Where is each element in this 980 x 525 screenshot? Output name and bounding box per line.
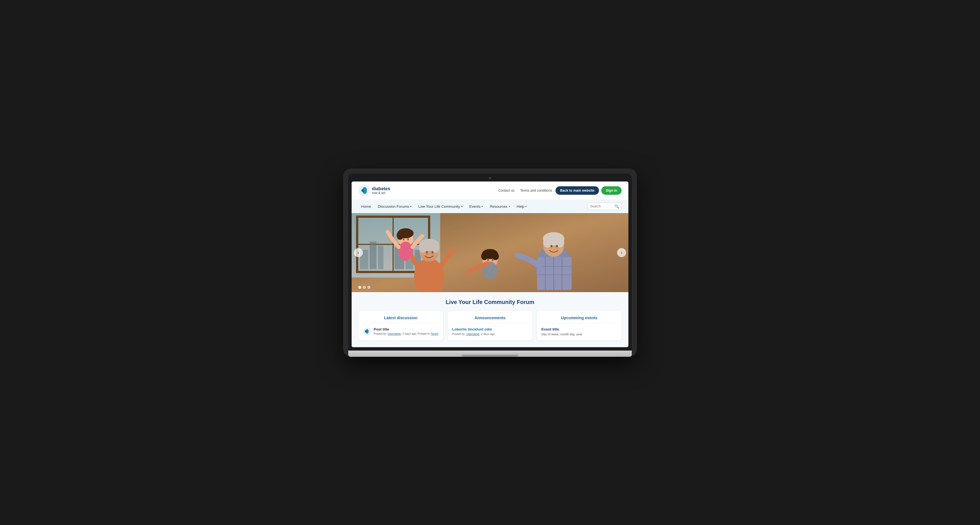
post-meta-label: Posted by: <box>374 332 387 335</box>
announcement-meta: Posted by: Username, 2 days ago <box>452 333 528 336</box>
post-forum-link[interactable]: forum <box>431 332 439 335</box>
slider-dot-1[interactable] <box>358 286 361 289</box>
event-title: Event title <box>541 327 617 331</box>
announcements-card: Announcements Lobortis tincidunt odio Po… <box>448 311 532 340</box>
upcoming-events-card-title: Upcomming events <box>541 316 617 323</box>
nav-events[interactable]: Events ▾ <box>466 203 486 210</box>
logo-brand-subtitle: nsw & act <box>372 191 390 195</box>
announcement-title: Lobortis tincidunt odio <box>452 327 528 331</box>
laptop-base <box>348 351 632 357</box>
section-title: Live Your Life Community Forum <box>358 299 622 305</box>
nav-live-community[interactable]: Live Your Life Community ▾ <box>415 203 465 210</box>
slider-dot-2[interactable] <box>363 286 366 289</box>
browser-screen: diabetes nsw & act Contact us Terms and … <box>352 181 628 347</box>
nav-home[interactable]: Home <box>358 203 374 210</box>
logo-area: diabetes nsw & act <box>358 185 498 196</box>
nav-resources-label: Resources <box>490 205 507 209</box>
post-time: 2 days ago <box>402 332 416 335</box>
events-chevron-icon: ▾ <box>482 205 483 208</box>
slider-next-button[interactable]: › <box>617 248 626 257</box>
search-input[interactable] <box>590 205 612 208</box>
search-button[interactable]: 🔍 <box>614 204 619 209</box>
announcement-username-link[interactable]: Username <box>466 333 479 336</box>
latest-discussion-card-title: Latest discussion <box>363 316 439 323</box>
post-username-link[interactable]: Username <box>388 332 401 335</box>
main-content: Live Your Life Community Forum Latest di… <box>352 292 628 347</box>
svg-rect-55 <box>352 213 628 292</box>
announcements-card-title: Announcements <box>452 316 528 323</box>
upcoming-events-card: Upcomming events Event title Day of week… <box>537 311 622 340</box>
post-title: Post title <box>374 327 438 331</box>
back-to-website-button[interactable]: Back to main website <box>555 186 599 195</box>
post-item: Post title Posted by: Username, 2 days a… <box>363 327 439 336</box>
event-item: Event title Day of week, month day, year <box>541 327 617 336</box>
terms-link[interactable]: Terms and conditions <box>520 189 552 192</box>
nav-home-label: Home <box>361 205 371 209</box>
resources-chevron-icon: ▾ <box>509 205 510 208</box>
slider-dots <box>358 286 370 289</box>
latest-discussion-card: Latest discussion Post title <box>358 311 443 340</box>
post-forum-label: Posted in: <box>418 332 430 335</box>
camera-dot <box>489 177 491 179</box>
brand-logo-icon <box>358 185 370 196</box>
announcement-item: Lobortis tincidunt odio Posted by: Usern… <box>452 327 528 336</box>
post-meta: Posted by: Username, 2 days ago, Posted … <box>374 332 438 335</box>
post-content: Post title Posted by: Username, 2 days a… <box>374 327 438 335</box>
header-links: Contact us Terms and conditions <box>498 189 552 192</box>
main-navbar: Home Discussion Forums ▾ Live Your Life … <box>352 200 628 213</box>
live-community-chevron-icon: ▾ <box>461 205 463 208</box>
nav-discussion-label: Discussion Forums <box>378 205 409 209</box>
logo-brand-name: diabetes <box>372 186 390 191</box>
event-date: Day of week, month day, year <box>541 333 617 336</box>
help-chevron-icon: ▾ <box>525 205 527 208</box>
cards-grid: Latest discussion Post title <box>358 311 622 340</box>
nav-events-label: Events <box>469 205 481 209</box>
announcement-time: 2 days ago <box>481 333 495 336</box>
announcement-meta-label: Posted by: <box>452 333 465 336</box>
nav-live-community-label: Live Your Life Community <box>418 205 460 209</box>
slider-dot-3[interactable] <box>368 286 370 289</box>
nav-discussion-forums[interactable]: Discussion Forums ▾ <box>375 203 415 210</box>
logo-text: diabetes nsw & act <box>372 186 390 195</box>
search-box[interactable]: 🔍 <box>587 203 622 210</box>
nav-resources[interactable]: Resources ▾ <box>487 203 512 210</box>
post-logo-icon <box>363 328 371 336</box>
slider-prev-button[interactable]: ‹ <box>354 248 363 257</box>
discussion-chevron-icon: ▾ <box>410 205 412 208</box>
site-header: diabetes nsw & act Contact us Terms and … <box>352 181 628 200</box>
hero-image <box>352 213 628 292</box>
nav-help-label: Help <box>517 205 525 209</box>
nav-help[interactable]: Help ▾ <box>514 203 530 210</box>
contact-link[interactable]: Contact us <box>498 189 514 192</box>
sign-in-button[interactable]: Sign in <box>601 186 622 195</box>
hero-slider: ‹ › <box>352 213 628 292</box>
